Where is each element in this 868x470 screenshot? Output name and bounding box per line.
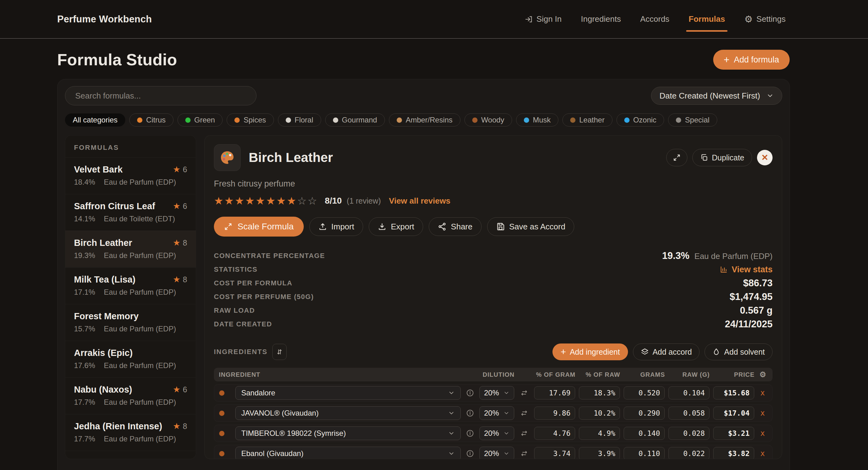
- category-chip[interactable]: Amber/Resins: [389, 114, 460, 127]
- ingredient-select[interactable]: Sandalore: [235, 386, 461, 400]
- info-icon[interactable]: [464, 409, 476, 417]
- remove-ingredient-button[interactable]: x: [758, 429, 767, 438]
- category-chips: All categories Citrus Green Spices Flora…: [65, 114, 782, 127]
- dilution-select[interactable]: 20%: [479, 447, 514, 459]
- remove-ingredient-button[interactable]: x: [758, 409, 767, 417]
- category-chip[interactable]: Spices: [227, 114, 274, 127]
- ingredient-select[interactable]: TIMBEROL® 198022 (Symrise): [235, 427, 461, 440]
- info-icon[interactable]: [464, 429, 476, 437]
- star-icon: ★: [173, 275, 180, 284]
- dilution-select[interactable]: 20%: [479, 386, 514, 400]
- raw-g-field[interactable]: 0.022: [669, 447, 709, 459]
- concentrate-value: 19.3%: [662, 250, 689, 261]
- export-button[interactable]: Export: [369, 217, 423, 236]
- dilution-select[interactable]: 20%: [479, 406, 514, 420]
- category-dot: [397, 118, 402, 123]
- category-chip[interactable]: Ozonic: [617, 114, 664, 127]
- formula-list-item[interactable]: Forest Memory 15.7% Eau de Parfum (EDP): [65, 304, 196, 341]
- raw-g-field[interactable]: 0.104: [669, 386, 709, 400]
- formula-list-item[interactable]: Milk Tea (Lisa) ★ 8 17.1% Eau de Parfum …: [65, 267, 196, 304]
- formula-list-item[interactable]: Arrakis (Epic) 17.6% Eau de Parfum (EDP): [65, 341, 196, 377]
- nav-ingredients[interactable]: Ingredients: [581, 0, 621, 38]
- swap-icon[interactable]: [518, 409, 530, 417]
- view-stats-link[interactable]: View stats: [720, 265, 773, 275]
- pct-of-raw-field[interactable]: 3.9%: [579, 447, 620, 459]
- pct-of-raw-field[interactable]: 18.3%: [579, 386, 620, 400]
- swap-icon[interactable]: [518, 389, 530, 397]
- pct-of-raw-field[interactable]: 10.2%: [579, 407, 620, 420]
- formula-list-item[interactable]: Birch Leather ★ 8 19.3% Eau de Parfum (E…: [65, 231, 196, 267]
- ingredient-select[interactable]: Ebanol (Givaudan): [235, 447, 461, 459]
- nav-formulas[interactable]: Formulas: [689, 0, 725, 38]
- pct-of-gram-field[interactable]: 17.69: [534, 386, 575, 400]
- formula-concentration: 18.4%: [74, 178, 95, 187]
- scale-formula-button[interactable]: Scale Formula: [214, 217, 304, 237]
- ingredient-select[interactable]: JAVANOL® (Givaudan): [235, 406, 461, 420]
- grams-field[interactable]: 0.290: [624, 407, 665, 420]
- category-chip[interactable]: Special: [668, 114, 717, 127]
- formula-name: Arrakis (Epic): [74, 348, 133, 358]
- category-chip[interactable]: Green: [178, 114, 223, 127]
- nav-sign-in-label: Sign In: [536, 14, 562, 24]
- formula-concentration: 17.7%: [74, 398, 95, 407]
- category-chip-label: Gourmand: [342, 116, 377, 124]
- grams-field[interactable]: 0.520: [624, 386, 665, 400]
- info-icon[interactable]: [464, 449, 476, 458]
- formula-rating: ★ 6: [173, 385, 187, 394]
- formula-list-item[interactable]: Velvet Bark ★ 6 18.4% Eau de Parfum (EDP…: [65, 157, 196, 194]
- formula-type: Eau de Parfum (EDP): [104, 251, 176, 260]
- raw-g-field[interactable]: 0.028: [669, 427, 709, 440]
- sort-dropdown[interactable]: Date Created (Newest First): [651, 87, 782, 105]
- formula-rating: ★ 8: [173, 422, 187, 431]
- formula-subtitle: 14.1% Eau de Toilette (EDT): [74, 215, 187, 223]
- category-chip[interactable]: All categories: [65, 114, 125, 127]
- category-dot: [286, 118, 291, 123]
- formula-list-item[interactable]: Saffron Citrus Leaf ★ 6 14.1% Eau de Toi…: [65, 194, 196, 231]
- category-chip[interactable]: Citrus: [129, 114, 174, 127]
- column-settings-gear-icon[interactable]: ⚙: [758, 371, 768, 378]
- nav-accords-label: Accords: [640, 14, 669, 24]
- stat-label: RAW LOAD: [214, 307, 255, 315]
- category-chip[interactable]: Floral: [278, 114, 321, 127]
- stat-label: STATISTICS: [214, 265, 257, 274]
- remove-ingredient-button[interactable]: x: [758, 388, 767, 397]
- raw-g-field[interactable]: 0.058: [669, 407, 709, 420]
- grams-field[interactable]: 0.110: [624, 447, 665, 459]
- add-solvent-button[interactable]: Add solvent: [705, 343, 773, 360]
- dilution-select[interactable]: 20%: [479, 427, 514, 440]
- formula-name: Birch Leather: [74, 238, 132, 248]
- pct-of-gram-field[interactable]: 4.76: [534, 427, 575, 440]
- save-as-accord-button[interactable]: Save as Accord: [487, 217, 575, 236]
- add-formula-button[interactable]: + Add formula: [713, 50, 789, 70]
- pct-of-gram-field[interactable]: 9.86: [534, 407, 575, 420]
- import-button[interactable]: Import: [309, 217, 364, 236]
- nav-settings[interactable]: ⚙ Settings: [744, 0, 786, 38]
- category-chip[interactable]: Woody: [464, 114, 512, 127]
- view-all-reviews-link[interactable]: View all reviews: [389, 196, 451, 206]
- search-input[interactable]: [65, 86, 256, 105]
- info-icon[interactable]: [464, 389, 476, 397]
- formula-list-item[interactable]: Jedha (Rien Intense) ★ 8 17.7% Eau de Pa…: [65, 414, 196, 451]
- remove-ingredient-button[interactable]: x: [758, 449, 767, 458]
- formula-list-item[interactable]: Nabu (Naxos) ★ 6 17.7% Eau de Parfum (ED…: [65, 377, 196, 414]
- nav-accords[interactable]: Accords: [640, 0, 669, 38]
- duplicate-button[interactable]: Duplicate: [692, 149, 752, 166]
- category-chip[interactable]: Leather: [562, 114, 612, 127]
- close-button[interactable]: ✕: [757, 150, 773, 165]
- formula-list-item[interactable]: 1996 18.2% Eau de Parfum (EDP): [65, 451, 196, 459]
- formula-name: Velvet Bark: [74, 164, 123, 175]
- add-accord-button[interactable]: Add accord: [633, 343, 700, 360]
- nav-sign-in[interactable]: Sign In: [525, 0, 562, 38]
- category-chip[interactable]: Musk: [516, 114, 558, 127]
- pct-of-gram-field[interactable]: 3.74: [534, 447, 575, 459]
- pct-of-raw-field[interactable]: 4.9%: [579, 427, 620, 440]
- swap-icon[interactable]: [518, 450, 530, 457]
- formula-concentration: 17.6%: [74, 361, 95, 370]
- add-ingredient-button[interactable]: + Add ingredient: [553, 343, 628, 360]
- grams-field[interactable]: 0.140: [624, 427, 665, 440]
- sort-ingredients-button[interactable]: [272, 344, 287, 360]
- expand-button[interactable]: [666, 149, 687, 166]
- swap-icon[interactable]: [518, 430, 530, 437]
- share-button[interactable]: Share: [429, 217, 481, 236]
- category-chip[interactable]: Gourmand: [325, 114, 385, 127]
